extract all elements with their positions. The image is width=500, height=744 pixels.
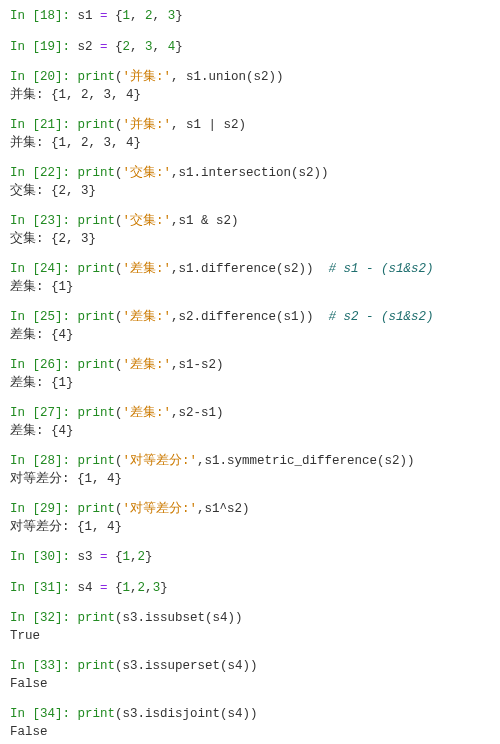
- input-line: In [20]: print('并集:', s1.union(s2)): [10, 69, 490, 87]
- code-token: print: [78, 70, 116, 84]
- code-token: ,: [153, 40, 168, 54]
- code-token: ,s1^s2): [197, 502, 250, 516]
- code-token: (: [115, 454, 123, 468]
- prompt: In [30]:: [10, 550, 78, 564]
- code-token: {: [108, 550, 123, 564]
- output-line: False: [10, 676, 490, 694]
- output-line: 交集: {2, 3}: [10, 231, 490, 249]
- code-cell: In [19]: s2 = {2, 3, 4}: [10, 39, 490, 57]
- code-token: 4: [168, 40, 176, 54]
- output-line: 对等差分: {1, 4}: [10, 519, 490, 537]
- output-line: 差集: {4}: [10, 327, 490, 345]
- code-token: 3: [168, 9, 176, 23]
- code-token: ,: [130, 40, 145, 54]
- code-token: =: [100, 9, 108, 23]
- code-token: print: [78, 262, 116, 276]
- code-token: ,s1.intersection(s2)): [171, 166, 329, 180]
- prompt: In [19]:: [10, 40, 78, 54]
- code-token: (: [115, 166, 123, 180]
- code-token: print: [78, 118, 116, 132]
- code-token: , s1 | s2): [171, 118, 246, 132]
- code-token: ,s2.difference(s1)): [171, 310, 329, 324]
- output-line: 对等差分: {1, 4}: [10, 471, 490, 489]
- code-cell: In [32]: print(s3.issubset(s4))True: [10, 610, 490, 645]
- prompt: In [25]:: [10, 310, 78, 324]
- prompt: In [21]:: [10, 118, 78, 132]
- input-line: In [29]: print('对等差分:',s1^s2): [10, 501, 490, 519]
- code-token: '对等差分:': [123, 502, 198, 516]
- prompt: In [22]:: [10, 166, 78, 180]
- code-token: '差集:': [123, 358, 172, 372]
- code-token: '交集:': [123, 166, 172, 180]
- code-token: '差集:': [123, 262, 172, 276]
- code-cell: In [25]: print('差集:',s2.difference(s1)) …: [10, 309, 490, 344]
- code-token: s2: [78, 40, 101, 54]
- input-line: In [23]: print('交集:',s1 & s2): [10, 213, 490, 231]
- code-token: 2: [138, 581, 146, 595]
- prompt: In [20]:: [10, 70, 78, 84]
- code-cell: In [33]: print(s3.issuperset(s4))False: [10, 658, 490, 693]
- code-token: s4: [78, 581, 101, 595]
- input-line: In [26]: print('差集:',s1-s2): [10, 357, 490, 375]
- code-cell: In [29]: print('对等差分:',s1^s2)对等差分: {1, 4…: [10, 501, 490, 536]
- code-token: ,s1 & s2): [171, 214, 239, 228]
- notebook-cells: In [18]: s1 = {1, 2, 3}In [19]: s2 = {2,…: [10, 8, 490, 741]
- prompt: In [34]:: [10, 707, 78, 721]
- code-token: ,s2-s1): [171, 406, 224, 420]
- code-token: 2: [123, 40, 131, 54]
- code-token: ,: [130, 9, 145, 23]
- code-token: =: [100, 581, 108, 595]
- input-line: In [22]: print('交集:',s1.intersection(s2)…: [10, 165, 490, 183]
- code-token: ,s1.difference(s2)): [171, 262, 329, 276]
- code-token: '并集:': [123, 118, 172, 132]
- input-line: In [28]: print('对等差分:',s1.symmetric_diff…: [10, 453, 490, 471]
- code-token: (s3.issubset(s4)): [115, 611, 243, 625]
- code-token: print: [78, 358, 116, 372]
- code-token: ,s1.symmetric_difference(s2)): [197, 454, 415, 468]
- watermark: https://blog.csdn.net/GLH_2236504154: [293, 741, 492, 744]
- prompt: In [32]:: [10, 611, 78, 625]
- code-token: ,: [130, 550, 138, 564]
- code-token: print: [78, 310, 116, 324]
- code-cell: In [22]: print('交集:',s1.intersection(s2)…: [10, 165, 490, 200]
- code-token: print: [78, 454, 116, 468]
- code-token: }: [160, 581, 168, 595]
- code-cell: In [30]: s3 = {1,2}: [10, 549, 490, 567]
- output-line: 并集: {1, 2, 3, 4}: [10, 87, 490, 105]
- prompt: In [29]:: [10, 502, 78, 516]
- code-token: print: [78, 214, 116, 228]
- input-line: In [19]: s2 = {2, 3, 4}: [10, 39, 490, 57]
- input-line: In [30]: s3 = {1,2}: [10, 549, 490, 567]
- code-token: (s3.isdisjoint(s4)): [115, 707, 258, 721]
- code-token: }: [145, 550, 153, 564]
- prompt: In [27]:: [10, 406, 78, 420]
- code-token: (: [115, 118, 123, 132]
- code-token: 2: [138, 550, 146, 564]
- code-token: =: [100, 40, 108, 54]
- input-line: In [34]: print(s3.isdisjoint(s4)): [10, 706, 490, 724]
- code-token: '差集:': [123, 310, 172, 324]
- output-line: False: [10, 724, 490, 742]
- code-token: (: [115, 214, 123, 228]
- prompt: In [26]:: [10, 358, 78, 372]
- code-token: # s2 - (s1&s2): [329, 310, 434, 324]
- input-line: In [21]: print('并集:', s1 | s2): [10, 117, 490, 135]
- code-cell: In [34]: print(s3.isdisjoint(s4))False: [10, 706, 490, 741]
- code-token: '差集:': [123, 406, 172, 420]
- code-token: {: [108, 9, 123, 23]
- output-line: 差集: {1}: [10, 375, 490, 393]
- output-line: 交集: {2, 3}: [10, 183, 490, 201]
- output-line: 差集: {1}: [10, 279, 490, 297]
- code-token: (: [115, 262, 123, 276]
- code-token: (: [115, 70, 123, 84]
- output-line: 差集: {4}: [10, 423, 490, 441]
- input-line: In [25]: print('差集:',s2.difference(s1)) …: [10, 309, 490, 327]
- code-token: s1: [78, 9, 101, 23]
- code-cell: In [23]: print('交集:',s1 & s2)交集: {2, 3}: [10, 213, 490, 248]
- code-cell: In [18]: s1 = {1, 2, 3}: [10, 8, 490, 26]
- code-token: {: [108, 40, 123, 54]
- code-cell: In [21]: print('并集:', s1 | s2)并集: {1, 2,…: [10, 117, 490, 152]
- code-token: '并集:': [123, 70, 172, 84]
- code-token: (: [115, 502, 123, 516]
- code-cell: In [27]: print('差集:',s2-s1)差集: {4}: [10, 405, 490, 440]
